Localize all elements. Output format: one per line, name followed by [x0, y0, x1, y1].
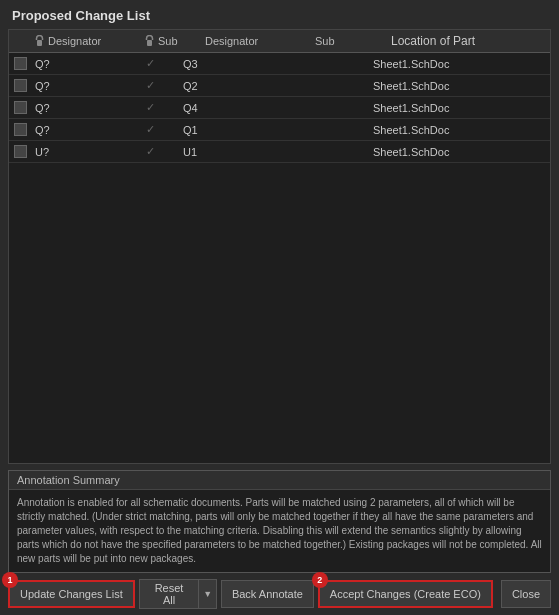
back-annotate-button[interactable]: Back Annotate — [221, 580, 314, 608]
reset-all-dropdown-arrow[interactable]: ▼ — [198, 580, 216, 608]
proposed-designator-value: Q2 — [179, 78, 309, 94]
current-header-cell: Designator — [31, 33, 141, 49]
proposed-designator-label: Designator — [205, 35, 258, 47]
reset-all-dropdown[interactable]: Reset All ▼ — [139, 579, 217, 609]
table-header: Designator Sub Designator — [9, 30, 550, 53]
check-icon: ✓ — [146, 145, 155, 158]
close-button[interactable]: Close — [501, 580, 551, 608]
proposed-group-row: Q1 — [179, 122, 369, 138]
current-designator-value: U? — [31, 144, 121, 160]
proposed-sub-label: Sub — [315, 35, 335, 47]
proposed-designator-value: U1 — [179, 144, 309, 160]
row-checkbox-col — [9, 123, 31, 136]
current-group-row: Q? ✓ — [31, 77, 179, 94]
table-row[interactable]: Q? ✓ Q3 Sheet1.SchDoc — [9, 53, 550, 75]
location-value: Sheet1.SchDoc — [369, 56, 550, 72]
row-checkbox[interactable] — [14, 57, 27, 70]
page-title: Proposed Change List — [12, 8, 547, 23]
row-checkbox-col — [9, 79, 31, 92]
current-sub-label: Sub — [158, 35, 178, 47]
table-row[interactable]: Q? ✓ Q1 Sheet1.SchDoc — [9, 119, 550, 141]
location-value: Sheet1.SchDoc — [369, 78, 550, 94]
proposed-designator-header: Designator — [201, 33, 311, 49]
proposed-change-table: Designator Sub Designator — [8, 29, 551, 464]
check-icon: ✓ — [146, 123, 155, 136]
bottom-toolbar: 1 Update Changes List Reset All ▼ Back A… — [0, 573, 559, 615]
row-checkbox[interactable] — [14, 145, 27, 158]
current-sub-value: ✓ — [121, 143, 179, 160]
proposed-group-header: Designator Sub — [201, 33, 391, 49]
annotation-title: Annotation Summary — [9, 471, 550, 490]
row-checkbox-col — [9, 145, 31, 158]
proposed-sub-value — [309, 84, 369, 88]
badge-1: 1 — [2, 572, 18, 588]
proposed-designator-value: Q3 — [179, 56, 309, 72]
current-sub-value: ✓ — [121, 121, 179, 138]
accept-changes-button[interactable]: Accept Changes (Create ECO) — [318, 580, 493, 608]
location-header: Location of Part — [391, 33, 550, 49]
current-sub-value: ✓ — [121, 99, 179, 116]
proposed-sub-value — [309, 128, 369, 132]
annotation-text: Annotation is enabled for all schematic … — [9, 490, 550, 572]
proposed-group-row: Q2 — [179, 78, 369, 94]
proposed-group-row: U1 — [179, 144, 369, 160]
current-sub-value: ✓ — [121, 77, 179, 94]
location-value: Sheet1.SchDoc — [369, 122, 550, 138]
svg-rect-1 — [147, 40, 152, 46]
current-designator-header: Designator — [48, 35, 101, 47]
update-changes-button[interactable]: Update Changes List — [8, 580, 135, 608]
current-designator-value: Q? — [31, 56, 121, 72]
row-checkbox[interactable] — [14, 123, 27, 136]
table-body: Q? ✓ Q3 Sheet1.SchDoc Q? — [9, 53, 550, 463]
annotation-section: Annotation Summary Annotation is enabled… — [8, 470, 551, 573]
current-group-row: Q? ✓ — [31, 121, 179, 138]
row-checkbox[interactable] — [14, 101, 27, 114]
current-designator-value: Q? — [31, 100, 121, 116]
badge-2: 2 — [312, 572, 328, 588]
accept-changes-wrapper: 2 Accept Changes (Create ECO) — [318, 580, 493, 608]
svg-rect-0 — [37, 40, 42, 46]
proposed-designator-value: Q1 — [179, 122, 309, 138]
location-value: Sheet1.SchDoc — [369, 100, 550, 116]
lock-icon-sub — [145, 35, 154, 47]
check-icon: ✓ — [146, 79, 155, 92]
table-row[interactable]: Q? ✓ Q4 Sheet1.SchDoc — [9, 97, 550, 119]
current-sub-value: ✓ — [121, 55, 179, 72]
row-checkbox[interactable] — [14, 79, 27, 92]
location-value: Sheet1.SchDoc — [369, 144, 550, 160]
proposed-group-row: Q4 — [179, 100, 369, 116]
reset-all-button[interactable]: Reset All — [140, 580, 199, 608]
proposed-sub-value — [309, 62, 369, 66]
proposed-sub-value — [309, 150, 369, 154]
table-row[interactable]: U? ✓ U1 Sheet1.SchDoc — [9, 141, 550, 163]
proposed-sub-header: Sub — [311, 33, 371, 49]
proposed-sub-value — [309, 106, 369, 110]
current-designator-value: Q? — [31, 78, 121, 94]
proposed-group-row: Q3 — [179, 56, 369, 72]
check-icon: ✓ — [146, 101, 155, 114]
main-container: Proposed Change List Designator — [0, 0, 559, 615]
proposed-designator-value: Q4 — [179, 100, 309, 116]
current-group-row: U? ✓ — [31, 143, 179, 160]
current-group-header: Designator Sub — [31, 33, 201, 49]
check-icon: ✓ — [146, 57, 155, 70]
current-group-row: Q? ✓ — [31, 99, 179, 116]
row-checkbox-col — [9, 101, 31, 114]
table-row[interactable]: Q? ✓ Q2 Sheet1.SchDoc — [9, 75, 550, 97]
current-group-row: Q? ✓ — [31, 55, 179, 72]
update-changes-wrapper: 1 Update Changes List — [8, 580, 135, 608]
row-checkbox-col — [9, 57, 31, 70]
title-bar: Proposed Change List — [0, 0, 559, 29]
current-sub-header: Sub — [141, 33, 201, 49]
lock-icon-current — [35, 35, 44, 47]
location-header-label: Location of Part — [391, 34, 475, 48]
current-designator-value: Q? — [31, 122, 121, 138]
